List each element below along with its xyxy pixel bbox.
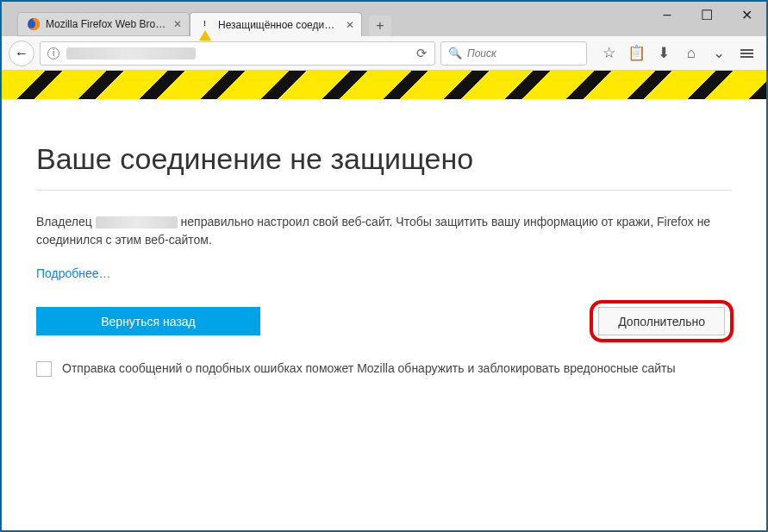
maximize-icon: ☐ [701, 7, 713, 23]
advanced-button[interactable]: Дополнительно [598, 307, 725, 335]
report-errors-checkbox[interactable] [36, 361, 52, 377]
home-icon[interactable]: ⌂ [678, 41, 704, 66]
url-redacted [66, 47, 196, 59]
error-page: Ваше соединение не защищено Владелец неп… [2, 99, 766, 377]
advanced-highlight: Дополнительно [591, 302, 732, 341]
library-icon[interactable]: 📋 [623, 41, 649, 66]
back-button[interactable]: ← [9, 41, 34, 66]
maximize-button[interactable]: ☐ [687, 2, 727, 28]
window-controls: – ☐ ✕ [647, 2, 766, 28]
search-input[interactable] [467, 47, 597, 59]
tab-insecure-connection[interactable]: Незащищённое соедине… ✕ [190, 12, 362, 36]
minimize-icon: – [664, 7, 671, 22]
page-title: Ваше соединение не защищено [36, 142, 732, 176]
close-icon[interactable]: ✕ [346, 19, 354, 31]
learn-more-link[interactable]: Подробнее… [36, 266, 111, 280]
owner-prefix: Владелец [36, 215, 96, 228]
search-bar[interactable]: 🔍 [440, 41, 587, 66]
report-errors-row: Отправка сообщений о подобных ошибках по… [36, 360, 732, 377]
tab-strip: Mozilla Firefox Web Brows… ✕ Незащищённо… [2, 2, 391, 36]
close-window-button[interactable]: ✕ [727, 2, 766, 28]
navigation-toolbar: ← i ⟳ 🔍 ☆ 📋 ⬇ ⌂ ⌄ [2, 36, 766, 71]
close-icon[interactable]: ✕ [173, 18, 182, 30]
plus-icon: + [376, 18, 384, 34]
report-errors-label: Отправка сообщений о подобных ошибках по… [62, 360, 675, 377]
divider [36, 190, 732, 191]
site-info-icon[interactable]: i [47, 47, 59, 59]
warning-icon [199, 18, 213, 32]
toolbar-icons: ☆ 📋 ⬇ ⌂ ⌄ [596, 41, 759, 66]
page-content: Ваше соединение не защищено Владелец неп… [2, 71, 766, 530]
tab-label: Mozilla Firefox Web Brows… [46, 18, 166, 30]
bookmark-star-icon[interactable]: ☆ [596, 41, 621, 66]
tab-firefox[interactable]: Mozilla Firefox Web Brows… ✕ [17, 12, 190, 36]
downloads-icon[interactable]: ⬇ [651, 41, 677, 66]
menu-button[interactable] [734, 41, 759, 66]
minimize-button[interactable]: – [647, 2, 687, 28]
url-bar[interactable]: i ⟳ [40, 41, 435, 66]
error-description: Владелец неправильно настроил свой веб-с… [36, 213, 732, 249]
back-arrow-icon: ← [15, 46, 28, 61]
firefox-icon [27, 17, 41, 31]
search-icon: 🔍 [448, 47, 462, 59]
hazard-stripe [2, 71, 766, 99]
button-row: Вернуться назад Дополнительно [36, 302, 732, 341]
close-icon: ✕ [741, 7, 752, 23]
window-titlebar: Mozilla Firefox Web Brows… ✕ Незащищённо… [2, 2, 766, 36]
pocket-icon[interactable]: ⌄ [706, 41, 732, 66]
new-tab-button[interactable]: + [369, 16, 391, 36]
tab-label: Незащищённое соедине… [218, 19, 339, 31]
owner-redacted [96, 216, 178, 228]
go-back-button[interactable]: Вернуться назад [36, 307, 260, 335]
reload-button[interactable]: ⟳ [416, 46, 428, 61]
